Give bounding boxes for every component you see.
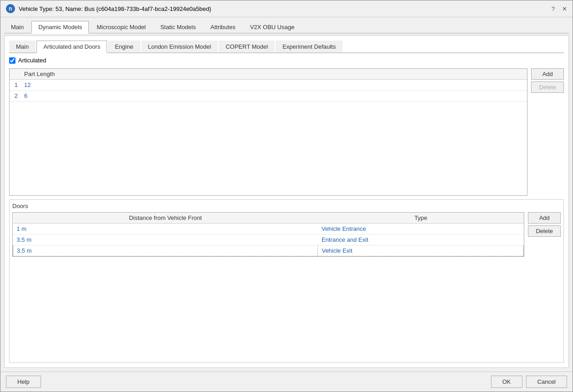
tab-dynamic-models[interactable]: Dynamic Models xyxy=(31,21,89,34)
help-title-button[interactable]: ? xyxy=(552,5,555,12)
doors-section-label: Doors xyxy=(12,203,561,209)
title-bar-left: n Vehicle Type: 53, Name: Bus {c604a198-… xyxy=(6,4,211,13)
inner-content: Articulated Part Length xyxy=(9,57,564,363)
ok-button[interactable]: OK xyxy=(491,376,522,388)
tab-microscopic-model[interactable]: Microscopic Model xyxy=(90,21,153,33)
part-row-1-value: 12 xyxy=(20,80,527,91)
door-row-1-type: Vehicle Entrance xyxy=(318,224,524,234)
footer: Help OK Cancel xyxy=(0,372,573,392)
title-bar-controls: ? ✕ xyxy=(552,5,567,12)
inner-tab-articulated-doors[interactable]: Articulated and Doors xyxy=(36,41,107,53)
outer-tab-bar: Main Dynamic Models Microscopic Model St… xyxy=(4,21,569,34)
doors-delete-button[interactable]: Delete xyxy=(528,225,561,237)
door-row-3-type: Vehicle Exit xyxy=(318,245,524,256)
app-icon: n xyxy=(6,4,15,13)
inner-tab-bar: Main Articulated and Doors Engine London… xyxy=(9,41,564,53)
part-row-2-value: 6 xyxy=(20,91,527,102)
doors-type-header: Type xyxy=(318,213,524,224)
help-button[interactable]: Help xyxy=(6,376,41,388)
footer-right: OK Cancel xyxy=(491,376,567,388)
title-bar: n Vehicle Type: 53, Name: Bus {c604a198-… xyxy=(0,0,573,17)
door-row-1-distance: 1 m xyxy=(13,224,318,234)
articulated-section: Part Length 1 12 2 6 xyxy=(9,68,564,196)
part-row-2-num: 2 xyxy=(10,91,20,102)
door-row-2[interactable]: 3.5 m Entrance and Exit xyxy=(13,234,524,245)
close-title-button[interactable]: ✕ xyxy=(562,5,567,12)
doors-section: Doors Distance from Vehicle Front Type xyxy=(9,199,564,363)
cancel-button[interactable]: Cancel xyxy=(526,376,567,388)
dialog-window: n Vehicle Type: 53, Name: Bus {c604a198-… xyxy=(0,0,573,392)
tab-attributes[interactable]: Attributes xyxy=(204,21,242,33)
doors-add-button[interactable]: Add xyxy=(528,212,561,224)
part-length-header: Part Length xyxy=(20,69,527,80)
part-row-1-num: 1 xyxy=(10,80,20,91)
articulated-label: Articulated xyxy=(18,57,46,64)
tab-static-models[interactable]: Static Models xyxy=(153,21,203,33)
articulated-add-button[interactable]: Add xyxy=(531,68,564,80)
dialog-title: Vehicle Type: 53, Name: Bus {c604a198-73… xyxy=(19,5,211,12)
doors-distance-header: Distance from Vehicle Front xyxy=(13,213,318,224)
inner-tab-experiment[interactable]: Experiment Defaults xyxy=(276,41,343,52)
door-row-3-distance: 3.5 m xyxy=(13,245,318,256)
doors-inner: Distance from Vehicle Front Type 1 m Veh… xyxy=(12,212,561,360)
part-row-1[interactable]: 1 12 xyxy=(10,80,527,91)
door-row-2-distance: 3.5 m xyxy=(13,234,318,245)
part-length-table: Part Length 1 12 2 6 xyxy=(10,69,527,102)
door-row-1[interactable]: 1 m Vehicle Entrance xyxy=(13,224,524,234)
articulated-delete-button[interactable]: Delete xyxy=(531,81,564,93)
tab-main[interactable]: Main xyxy=(4,21,31,33)
doors-table-container: Distance from Vehicle Front Type 1 m Veh… xyxy=(12,212,524,257)
door-row-2-type: Entrance and Exit xyxy=(318,234,524,245)
articulated-checkbox[interactable] xyxy=(9,57,15,64)
doors-btn-group: Add Delete xyxy=(528,212,561,237)
articulated-btn-group: Add Delete xyxy=(531,68,564,196)
main-panel: Main Articulated and Doors Engine London… xyxy=(4,36,569,368)
part-length-table-container: Part Length 1 12 2 6 xyxy=(9,68,527,196)
inner-tab-london[interactable]: London Emission Model xyxy=(141,41,218,52)
articulated-checkbox-row: Articulated xyxy=(9,57,564,64)
tab-v2x-obu-usage[interactable]: V2X OBU Usage xyxy=(243,21,302,33)
part-row-num-header xyxy=(10,69,20,80)
doors-table: Distance from Vehicle Front Type 1 m Veh… xyxy=(13,213,524,256)
inner-tab-engine[interactable]: Engine xyxy=(108,41,140,52)
door-row-3[interactable]: 3.5 m Vehicle Exit xyxy=(13,245,524,256)
inner-tab-copert[interactable]: COPERT Model xyxy=(219,41,275,52)
inner-tab-main[interactable]: Main xyxy=(9,41,36,52)
part-row-2[interactable]: 2 6 xyxy=(10,91,527,102)
dialog-content: Main Dynamic Models Microscopic Model St… xyxy=(0,17,573,372)
